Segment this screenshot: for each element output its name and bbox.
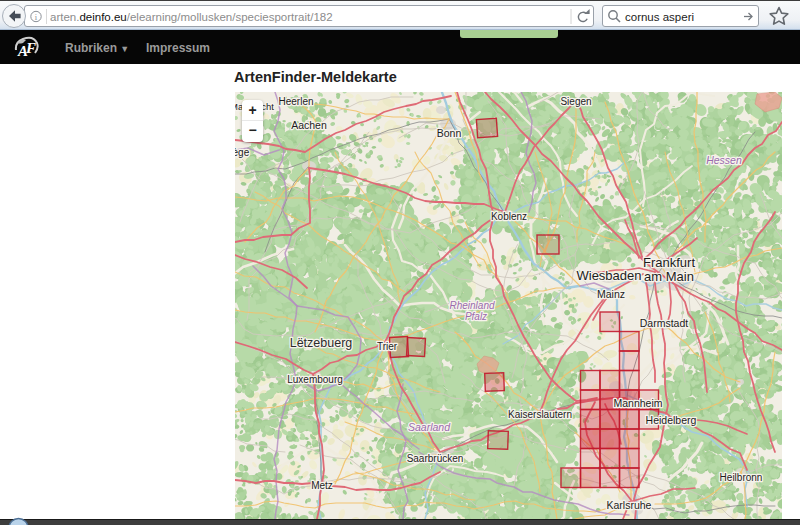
svg-text:Metz: Metz bbox=[311, 480, 333, 491]
svg-text:cornus asperi: cornus asperi bbox=[625, 11, 694, 23]
svg-text:Lëtzebuerg: Lëtzebuerg bbox=[290, 336, 353, 350]
svg-text:Mannheim: Mannheim bbox=[613, 397, 662, 409]
svg-text:Heidelberg: Heidelberg bbox=[646, 414, 697, 426]
svg-text:i: i bbox=[35, 12, 38, 22]
svg-text:Rheinland: Rheinland bbox=[449, 300, 494, 311]
svg-text:Liège: Liège bbox=[235, 147, 250, 158]
svg-text:F: F bbox=[25, 40, 36, 56]
svg-text:Koblenz: Koblenz bbox=[491, 211, 527, 222]
svg-text:am Main: am Main bbox=[644, 269, 694, 284]
svg-text:Kaiserslautern: Kaiserslautern bbox=[508, 409, 572, 420]
svg-text:Heerlen: Heerlen bbox=[278, 96, 313, 107]
svg-text:Karlsruhe: Karlsruhe bbox=[607, 499, 652, 511]
svg-text:Saarbrücken: Saarbrücken bbox=[407, 453, 464, 464]
svg-text:Luxembourg: Luxembourg bbox=[287, 374, 343, 385]
svg-text:Trier: Trier bbox=[377, 341, 398, 352]
svg-text:Frankfurt: Frankfurt bbox=[643, 255, 695, 270]
svg-text:Wiesbaden: Wiesbaden bbox=[576, 268, 641, 283]
svg-text:Darmstadt: Darmstadt bbox=[640, 317, 689, 329]
svg-text:Pfalz: Pfalz bbox=[465, 311, 487, 322]
svg-text:arten.deinfo.eu/elearning/moll: arten.deinfo.eu/elearning/mollusken/spec… bbox=[50, 11, 333, 23]
svg-text:Heilbronn: Heilbronn bbox=[720, 472, 763, 483]
svg-text:Siegen: Siegen bbox=[560, 96, 591, 107]
svg-text:Aachen: Aachen bbox=[291, 119, 327, 131]
svg-text:Saarland: Saarland bbox=[408, 421, 451, 433]
svg-text:Bonn: Bonn bbox=[437, 127, 462, 139]
svg-text:Hessen: Hessen bbox=[706, 154, 742, 166]
svg-text:Mainz: Mainz bbox=[597, 288, 625, 300]
